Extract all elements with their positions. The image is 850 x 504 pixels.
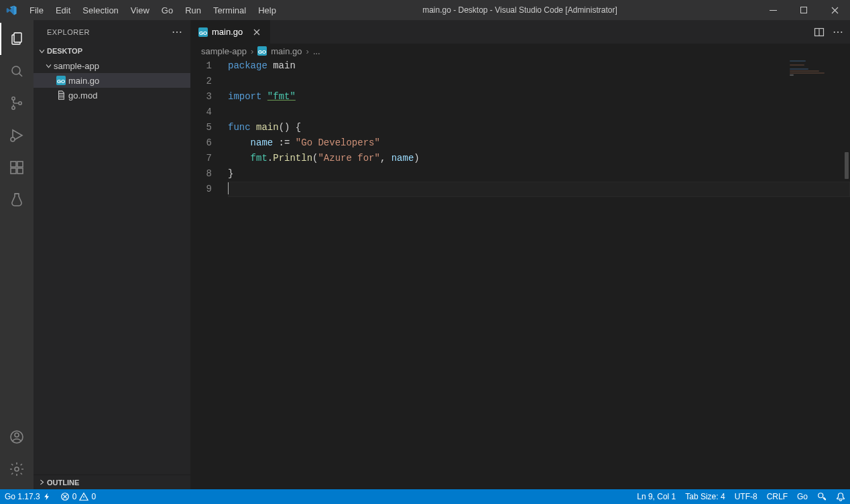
tab-close-icon[interactable] [251,27,262,38]
tree-file-label: main.go [68,76,99,86]
window-title: main.go - Desktop - Visual Studio Code [… [282,5,757,15]
status-go-version[interactable]: Go 1.17.3 [0,489,56,504]
file-icon [55,90,67,100]
svg-text:GO: GO [199,29,207,36]
vscode-logo [0,5,23,16]
tree-file-label: go.mod [68,90,97,101]
svg-point-5 [12,107,15,109]
status-notifications-icon[interactable] [831,489,850,504]
tree-root[interactable]: DESKTOP [34,44,190,58]
editor-group: GO main.go ⋯ sample-app › GO [190,20,850,489]
svg-rect-10 [17,168,23,174]
svg-rect-2 [14,33,21,42]
activity-explorer[interactable] [0,23,34,55]
menu-go[interactable]: Go [156,0,179,20]
maximize-button[interactable] [788,0,819,20]
svg-rect-9 [11,168,16,174]
menu-view[interactable]: View [125,0,156,20]
warning-icon [79,492,88,501]
tab-label: main.go [212,27,243,37]
code-editor[interactable]: 1234 56789 package main import "fmt" fun… [190,58,850,489]
text-cursor [228,182,229,194]
svg-rect-0 [770,10,777,11]
tree-root-label: DESKTOP [47,47,82,55]
status-problems[interactable]: 0 0 [56,489,101,504]
minimap[interactable] [790,60,843,80]
go-file-icon: GO [198,27,208,37]
window-controls [757,0,850,20]
tab-bar: GO main.go ⋯ [190,20,850,44]
chevron-right-icon: › [306,46,309,56]
svg-point-4 [12,97,15,100]
code-content[interactable]: package main import "fmt" func main() { … [224,58,850,489]
svg-point-6 [19,102,21,105]
overview-ruler[interactable] [843,58,850,489]
outline-label: OUTLINE [47,479,79,487]
svg-text:GO: GO [57,78,65,84]
activity-run-debug[interactable] [0,119,34,151]
activity-search[interactable] [0,55,34,87]
svg-rect-11 [17,162,23,167]
activity-accounts[interactable] [0,421,34,453]
minimize-button[interactable] [757,0,788,20]
svg-point-3 [12,66,20,74]
tab-main-go[interactable]: GO main.go [190,20,271,44]
menu-selection[interactable]: Selection [76,0,124,20]
status-language[interactable]: Go [792,489,812,504]
breadcrumb-file[interactable]: main.go [271,46,302,56]
line-numbers: 1234 56789 [190,58,224,489]
status-encoding[interactable]: UTF-8 [730,489,762,504]
sidebar-header: EXPLORER ⋯ [34,20,190,44]
breadcrumb-folder[interactable]: sample-app [201,46,247,56]
sidebar-title: EXPLORER [47,28,90,36]
file-tree: DESKTOP sample-app GO main.go go.mod [34,44,190,475]
breadcrumb-symbol[interactable]: ... [313,46,320,56]
error-icon [60,492,70,501]
svg-rect-1 [800,7,806,13]
activity-testing[interactable] [0,184,34,216]
activity-bar [0,20,34,489]
title-bar: File Edit Selection View Go Run Terminal… [0,0,850,20]
close-button[interactable] [819,0,850,20]
activity-settings[interactable] [0,453,34,485]
bolt-icon [43,493,51,501]
tree-folder-label: sample-app [54,61,99,71]
editor-more-icon[interactable]: ⋯ [833,25,843,38]
menu-file[interactable]: File [23,0,50,20]
menu-terminal[interactable]: Terminal [207,0,252,20]
menu-help[interactable]: Help [252,0,282,20]
outline-section[interactable]: OUTLINE [34,475,190,489]
sidebar-more-icon[interactable]: ⋯ [172,25,183,38]
svg-point-13 [15,433,19,437]
svg-point-7 [11,137,15,141]
go-file-icon: GO [257,46,267,56]
sidebar: EXPLORER ⋯ DESKTOP sample-app GO main.go [34,20,190,489]
tree-file-go-mod[interactable]: go.mod [34,88,190,103]
status-tab-size[interactable]: Tab Size: 4 [680,489,729,504]
status-bar: Go 1.17.3 0 0 Ln 9, Col 1 Tab Size: 4 UT… [0,489,850,504]
chevron-right-icon: › [251,46,253,56]
status-cursor-position[interactable]: Ln 9, Col 1 [632,489,680,504]
tree-file-main-go[interactable]: GO main.go [34,73,190,88]
menu-edit[interactable]: Edit [50,0,76,20]
status-feedback-icon[interactable] [812,489,831,504]
go-file-icon: GO [55,76,67,85]
activity-source-control[interactable] [0,87,34,119]
tree-folder[interactable]: sample-app [34,58,190,73]
svg-rect-8 [11,162,16,167]
svg-text:GO: GO [258,49,266,55]
menu-run[interactable]: Run [179,0,207,20]
split-editor-icon[interactable] [814,27,825,38]
status-eol[interactable]: CRLF [762,489,792,504]
svg-point-24 [818,493,823,498]
activity-extensions[interactable] [0,151,34,184]
menu-bar: File Edit Selection View Go Run Terminal… [23,0,282,20]
breadcrumbs[interactable]: sample-app › GO main.go › ... [190,44,850,58]
svg-point-14 [15,467,19,471]
